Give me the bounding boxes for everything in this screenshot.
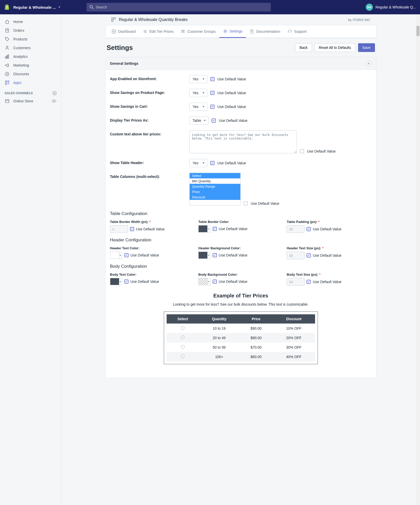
nav-orders[interactable]: Orders — [0, 26, 61, 35]
lbl-header-text-color: Header Text Color: — [110, 246, 195, 250]
table-config-heading: Table Configuration — [110, 211, 372, 216]
view-store-icon[interactable] — [51, 99, 57, 104]
lbl-header-bg-color: Header Background Color: — [198, 246, 283, 250]
cb-body-text-size-default[interactable] — [307, 280, 311, 284]
collapse-icon[interactable] — [365, 60, 372, 67]
lbl-border-width: Table Border Width (px): * — [110, 220, 195, 224]
nav-customers[interactable]: Customers — [0, 44, 61, 52]
select-display-as[interactable]: Table — [189, 116, 209, 125]
tab-dashboard[interactable]: Dashboard — [108, 25, 139, 38]
svg-rect-7 — [5, 57, 6, 58]
cb-savings-cart-default[interactable] — [210, 105, 214, 109]
nav-discounts[interactable]: Discounts — [0, 70, 61, 78]
cb-header-text-color-default[interactable] — [124, 253, 128, 257]
search-input[interactable]: Search — [87, 3, 271, 12]
tab-settings[interactable]: Settings — [219, 25, 246, 38]
cb-body-text-color-default[interactable] — [124, 280, 128, 284]
nav-analytics[interactable]: Analytics — [0, 52, 61, 61]
store-name[interactable]: Regular & Wholesale ... — [13, 5, 56, 9]
swatch-body-bg-color[interactable] — [198, 278, 208, 285]
tab-customer-groups[interactable]: Customer Groups — [177, 25, 219, 38]
avatar[interactable]: RA — [366, 4, 373, 11]
nav-marketing[interactable]: Marketing — [0, 61, 61, 70]
input-header-text-size[interactable] — [287, 252, 305, 259]
multiselect-table-cols[interactable]: SelectMin QuantityQuantity RangePriceDis… — [189, 173, 241, 206]
ms-option[interactable]: Discount — [190, 195, 240, 200]
cb-border-width-default[interactable] — [130, 227, 134, 231]
swatch-header-text-color[interactable] — [110, 252, 119, 259]
nav-online-store[interactable]: Online Store — [0, 97, 61, 105]
cb-custom-text-default[interactable] — [300, 149, 304, 153]
svg-point-39 — [224, 30, 226, 32]
ms-option[interactable]: Select — [190, 173, 240, 178]
back-button[interactable]: Back — [295, 43, 312, 52]
groups-icon — [181, 29, 185, 34]
cb-app-enabled-default[interactable] — [210, 77, 214, 81]
settings-card: General Settings App Enabled on Storefro… — [105, 57, 376, 378]
scrollbar[interactable] — [416, 14, 420, 505]
swatch-header-bg-color[interactable] — [198, 252, 208, 259]
select-app-enabled[interactable]: Yes — [189, 75, 207, 83]
lbl-border-color: Table Border Color: — [198, 220, 283, 224]
general-settings-header: General Settings — [105, 57, 376, 70]
nav-apps[interactable]: Apps — [0, 78, 61, 87]
apps-icon — [5, 80, 10, 85]
body-config-heading: Body Configuration — [110, 264, 372, 269]
textarea-custom-text[interactable] — [189, 130, 297, 153]
marketing-icon — [5, 63, 10, 68]
svg-point-5 — [6, 38, 7, 39]
customers-icon — [5, 45, 10, 50]
cb-table-cols-default[interactable] — [244, 201, 248, 206]
select-savings-cart[interactable]: Yes — [189, 103, 207, 111]
svg-point-37 — [182, 30, 183, 31]
cb-border-color-default[interactable] — [213, 227, 217, 231]
svg-point-6 — [6, 46, 8, 48]
cb-table-padding-default[interactable] — [307, 227, 311, 231]
table-header: Discount — [273, 314, 315, 324]
app-icon — [111, 17, 116, 22]
radio-select[interactable] — [181, 354, 185, 358]
ms-option[interactable]: Price — [190, 189, 240, 195]
reset-defaults-button[interactable]: Reset All to Defaults — [315, 43, 356, 52]
radio-select[interactable] — [181, 345, 185, 349]
cb-header-text-size-default[interactable] — [307, 253, 311, 257]
example-section: Example of Tier Prices Looking to get mo… — [110, 290, 372, 373]
select-show-header[interactable]: Yes — [189, 159, 207, 167]
lbl-header-text-size: Header Text Size (px): * — [287, 246, 371, 250]
svg-point-36 — [146, 32, 146, 33]
field-label-custom-text: Custom text above tier prices: — [110, 130, 189, 136]
radio-select[interactable] — [181, 336, 185, 339]
cb-display-as-default[interactable] — [212, 119, 216, 123]
app-byline: by ITORIS INC — [348, 18, 370, 22]
doc-icon — [250, 29, 254, 34]
cb-body-bg-color-default[interactable] — [213, 280, 217, 284]
input-table-padding[interactable] — [287, 225, 305, 233]
account-label[interactable]: Regular & Wholesale Q... — [375, 5, 416, 9]
cb-savings-pp-default[interactable] — [210, 91, 214, 95]
input-border-width[interactable] — [110, 225, 128, 233]
ms-option[interactable]: Quantity Range — [190, 184, 240, 189]
input-body-text-size[interactable] — [287, 278, 305, 286]
svg-point-0 — [90, 5, 92, 8]
chevron-down-icon[interactable] — [58, 6, 61, 9]
tab-edit-tier[interactable]: Edit Tier Prices — [139, 25, 177, 38]
tabs-card: Dashboard Edit Tier Prices Customer Grou… — [105, 25, 376, 38]
ms-option[interactable]: Min Quantity — [190, 178, 240, 184]
field-label-show-header: Show Table Header: — [110, 159, 189, 165]
select-savings-pp[interactable]: Yes — [189, 89, 207, 97]
store-icon — [5, 99, 10, 104]
tab-support[interactable]: Support — [284, 25, 310, 38]
cb-header-bg-color-default[interactable] — [213, 253, 217, 257]
nav-products[interactable]: Products — [0, 35, 61, 44]
nav-home[interactable]: Home — [0, 17, 61, 26]
svg-point-34 — [145, 30, 146, 31]
add-channel-icon[interactable] — [52, 91, 57, 95]
save-button[interactable]: Save — [358, 43, 375, 52]
table-row: 10 to 19$90.0010% OFF — [167, 324, 315, 333]
swatch-border-color[interactable] — [198, 225, 208, 232]
tab-documentation[interactable]: Documentation — [246, 25, 284, 38]
cb-show-header-default[interactable] — [210, 161, 214, 165]
radio-select[interactable] — [181, 326, 185, 330]
swatch-body-text-color[interactable] — [110, 278, 119, 285]
svg-point-13 — [7, 74, 8, 75]
